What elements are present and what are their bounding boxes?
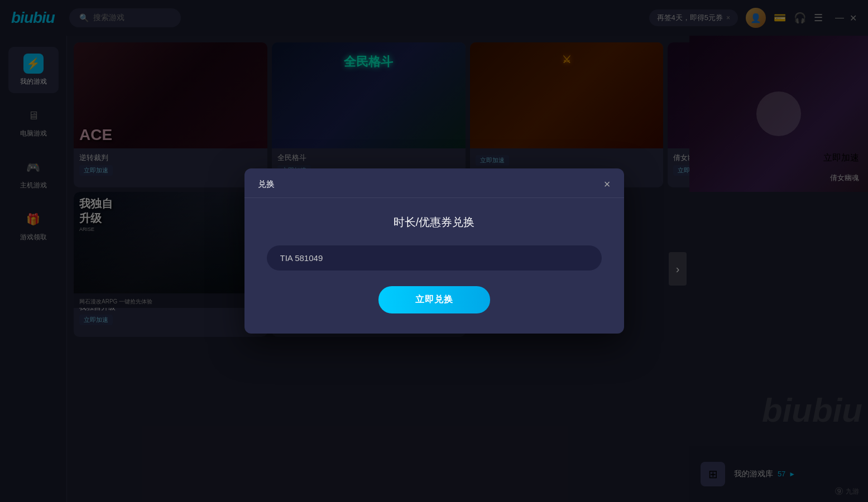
- redeem-modal: 兑换 × 时长/优惠券兑换 立即兑换: [244, 168, 624, 334]
- modal-input-wrap: [267, 245, 602, 271]
- modal-close-button[interactable]: ×: [604, 178, 611, 190]
- modal-header: 兑换 ×: [244, 168, 624, 198]
- modal-body: 时长/优惠券兑换 立即兑换: [244, 198, 624, 334]
- modal-subtitle: 时长/优惠券兑换: [394, 215, 475, 230]
- redeem-confirm-button[interactable]: 立即兑换: [378, 286, 490, 313]
- redeem-code-input[interactable]: [267, 245, 602, 271]
- modal-title: 兑换: [258, 179, 275, 190]
